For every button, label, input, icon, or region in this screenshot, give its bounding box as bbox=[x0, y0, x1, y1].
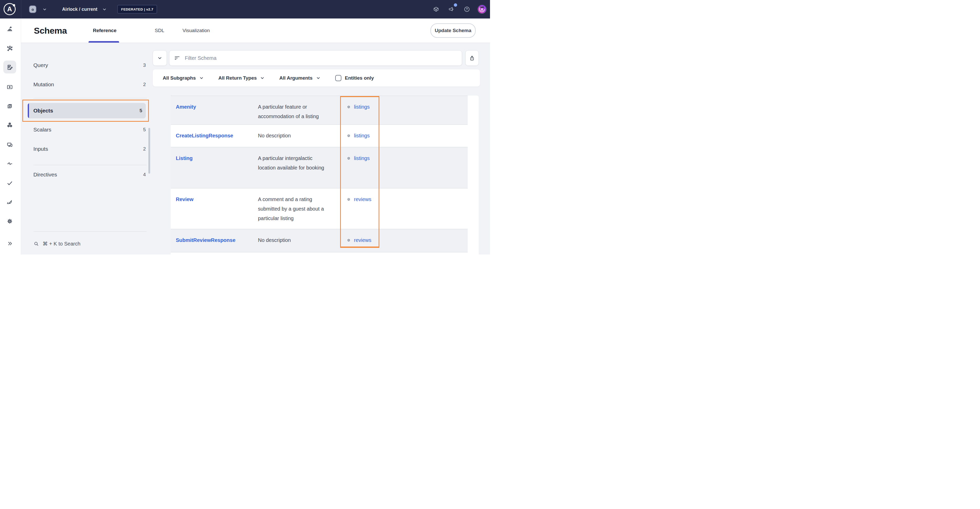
notification-dot bbox=[454, 3, 457, 7]
graph-chevron-down-icon[interactable] bbox=[102, 7, 107, 12]
package-icon[interactable] bbox=[433, 6, 439, 13]
home-observatory-icon[interactable] bbox=[6, 26, 13, 32]
active-tab-underline bbox=[89, 41, 119, 43]
subgraph-cube-icon bbox=[346, 104, 352, 110]
table-row: CreateListingResponse No description lis… bbox=[171, 125, 468, 147]
apollo-logo-icon[interactable]: A bbox=[3, 3, 16, 15]
type-link[interactable]: Listing bbox=[176, 153, 258, 163]
subgraph-link[interactable]: reviews bbox=[354, 195, 371, 204]
table-row: SubmitReviewResponse No description revi… bbox=[171, 229, 468, 252]
entities-only-checkbox[interactable] bbox=[335, 75, 341, 81]
chevron-down-icon bbox=[316, 76, 320, 80]
update-schema-button[interactable]: Update Schema bbox=[430, 23, 476, 38]
type-link[interactable]: Amenity bbox=[176, 102, 258, 112]
all-subgraphs-dropdown[interactable]: All Subgraphs bbox=[163, 75, 204, 81]
type-description: A comment and a rating submitted by a gu… bbox=[258, 195, 346, 223]
launches-rocket-icon[interactable] bbox=[6, 199, 13, 206]
expand-sidebar-chevrons-icon[interactable] bbox=[6, 240, 13, 247]
user-avatar[interactable]: A bbox=[477, 5, 487, 14]
subgraph-link[interactable]: listings bbox=[354, 131, 370, 140]
svg-text:?: ? bbox=[466, 8, 468, 11]
type-description: No description bbox=[258, 236, 346, 245]
explorer-play-icon[interactable] bbox=[6, 84, 13, 90]
entities-only-label: Entities only bbox=[345, 75, 374, 81]
filter-options-dropdown[interactable] bbox=[153, 50, 167, 66]
nav-scrollbar[interactable] bbox=[148, 128, 150, 174]
settings-gear-icon[interactable] bbox=[6, 218, 13, 225]
search-shortcut-label: ⌘ + K to Search bbox=[43, 241, 80, 247]
subgraph-link[interactable]: listings bbox=[354, 153, 370, 163]
announcements-megaphone-icon[interactable] bbox=[448, 6, 455, 13]
type-link[interactable]: CreateListingResponse bbox=[176, 131, 258, 140]
nav-count-query: 3 bbox=[143, 62, 146, 68]
share-schema-button[interactable] bbox=[465, 50, 479, 66]
subgraph-link[interactable]: listings bbox=[354, 102, 370, 112]
schema-search-shortcut[interactable]: ⌘ + K to Search bbox=[33, 239, 80, 249]
nav-count-scalars: 5 bbox=[143, 127, 146, 132]
help-icon[interactable]: ? bbox=[464, 6, 470, 13]
schema-graph-icon[interactable] bbox=[6, 45, 13, 52]
type-description: A particular intergalactic location avai… bbox=[258, 153, 346, 172]
tab-reference[interactable]: Reference bbox=[93, 19, 116, 43]
nav-item-scalars[interactable]: Scalars 5 bbox=[28, 124, 146, 135]
app-window: A o Airlock / current FEDERATED | v2.7 ?… bbox=[0, 0, 490, 254]
types-table: Amenity A particular feature or accommod… bbox=[171, 96, 479, 254]
type-description: No description bbox=[258, 131, 346, 140]
subgraph-link[interactable]: reviews bbox=[354, 236, 371, 245]
tab-sdl[interactable]: SDL bbox=[155, 19, 164, 43]
page-header: Schema Reference SDL Visualization Updat… bbox=[21, 19, 490, 43]
all-arguments-dropdown[interactable]: All Arguments bbox=[279, 75, 320, 81]
nav-divider bbox=[33, 165, 147, 165]
subgraph-cube-icon bbox=[346, 155, 352, 161]
logo-letter: A bbox=[3, 3, 16, 15]
type-link[interactable]: Review bbox=[176, 195, 258, 204]
table-row: Listing A particular intergalactic locat… bbox=[171, 147, 468, 188]
checks-checkmark-icon[interactable] bbox=[6, 180, 13, 187]
chevron-down-icon bbox=[260, 76, 264, 80]
search-icon bbox=[33, 241, 39, 247]
federated-version-badge: FEDERATED | v2.7 bbox=[117, 5, 157, 14]
page-title: Schema bbox=[34, 19, 67, 43]
top-bar: A o Airlock / current FEDERATED | v2.7 ?… bbox=[0, 0, 490, 19]
operations-diff-cards-icon[interactable] bbox=[6, 103, 13, 109]
nav-count-directives: 4 bbox=[143, 172, 146, 177]
nav-count-objects: 5 bbox=[139, 108, 142, 113]
changelog-document-icon[interactable] bbox=[6, 64, 13, 71]
org-chevron-down-icon[interactable] bbox=[42, 7, 47, 12]
nav-item-inputs[interactable]: Inputs 2 bbox=[28, 144, 146, 154]
subgraph-cube-icon bbox=[346, 133, 352, 139]
nav-item-objects-selected[interactable]: Objects 5 bbox=[28, 103, 146, 118]
nav-item-query[interactable]: Query 3 bbox=[28, 60, 146, 70]
filter-schema-input[interactable] bbox=[169, 50, 462, 66]
subgraph-cube-icon bbox=[346, 196, 352, 203]
chevron-down-icon bbox=[199, 76, 204, 80]
table-row: Review A comment and a rating submitted … bbox=[171, 188, 468, 229]
nav-item-mutation[interactable]: Mutation 2 bbox=[28, 79, 146, 89]
topbar-divider bbox=[21, 0, 21, 19]
nav-count-mutation: 2 bbox=[143, 82, 146, 87]
avatar-letter: A bbox=[478, 5, 486, 13]
org-avatar-badge[interactable]: o bbox=[29, 5, 37, 13]
clients-devices-icon[interactable] bbox=[6, 141, 13, 148]
filters-bar: All Subgraphs All Return Types All Argum… bbox=[153, 69, 480, 86]
nav-item-directives[interactable]: Directives 4 bbox=[28, 169, 146, 180]
graph-variant-selector[interactable]: Airlock / current bbox=[62, 0, 97, 19]
subgraphs-cubes-icon[interactable] bbox=[6, 122, 13, 128]
share-export-icon bbox=[469, 55, 475, 61]
nav-count-inputs: 2 bbox=[143, 146, 146, 152]
table-row: Amenity A particular feature or accommod… bbox=[171, 96, 468, 125]
selected-accent-bar bbox=[28, 103, 29, 118]
chevron-down-icon bbox=[158, 56, 162, 61]
filter-schema-field bbox=[169, 50, 462, 66]
graduation-cap-icon bbox=[480, 7, 484, 8]
all-return-types-dropdown[interactable]: All Return Types bbox=[218, 75, 265, 81]
tab-visualization[interactable]: Visualization bbox=[183, 19, 210, 43]
insights-activity-icon[interactable] bbox=[6, 160, 13, 167]
type-description: A particular feature or accommodation of… bbox=[258, 102, 346, 121]
subgraph-cube-icon bbox=[346, 237, 352, 243]
type-link[interactable]: SubmitReviewResponse bbox=[176, 236, 258, 245]
